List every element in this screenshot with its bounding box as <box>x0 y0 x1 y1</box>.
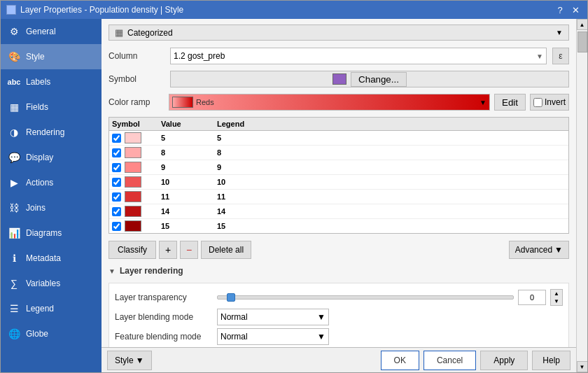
color-ramp-label: Color ramp <box>108 97 164 107</box>
cancel-button[interactable]: Cancel <box>424 351 476 370</box>
advanced-button[interactable]: Advanced ▼ <box>509 241 569 259</box>
column-value: 1.2 gost_preb <box>174 51 225 61</box>
sidebar-label-fields: Fields <box>26 102 48 112</box>
style-type-arrow: ▼ <box>556 29 563 36</box>
change-symbol-button[interactable]: Change... <box>351 72 407 87</box>
row-check-4[interactable] <box>112 192 121 202</box>
row-check-2[interactable] <box>112 163 121 172</box>
help-title-btn[interactable]: ? <box>554 3 566 16</box>
row-val-0: 5 <box>161 134 217 142</box>
row-sym-4 <box>112 191 161 202</box>
row-val-5: 14 <box>161 207 217 216</box>
ok-button[interactable]: OK <box>381 351 419 370</box>
scroll-down-btn[interactable]: ▼ <box>577 361 588 372</box>
sidebar-item-display[interactable]: 💬 Display <box>1 145 102 170</box>
scroll-thumb[interactable] <box>578 31 587 52</box>
classify-toolbar: Classify + − Delete all Advanced ▼ <box>108 241 569 259</box>
sidebar-label-variables: Variables <box>26 279 60 288</box>
sidebar-item-rendering[interactable]: ◑ Rendering <box>1 120 102 145</box>
sidebar-label-diagrams: Diagrams <box>26 228 62 238</box>
table-row: 10 10 <box>109 175 568 190</box>
sidebar-item-variables[interactable]: ∑ Variables <box>1 271 102 296</box>
delete-all-button[interactable]: Delete all <box>201 241 251 259</box>
sidebar-item-metadata[interactable]: ℹ Metadata <box>1 246 102 271</box>
sidebar-item-labels[interactable]: abc Labels <box>1 69 102 94</box>
legend-icon: ☰ <box>8 302 20 315</box>
right-scrollbar[interactable]: ▲ ▼ <box>576 19 587 372</box>
transparency-label: Layer transparency <box>115 293 213 302</box>
row-leg-6: 15 <box>217 222 566 230</box>
row-swatch-6 <box>125 220 141 232</box>
close-title-btn[interactable]: ✕ <box>569 3 582 16</box>
row-val-1: 8 <box>161 148 217 157</box>
sidebar-item-legend[interactable]: ☰ Legend <box>1 296 102 321</box>
table-row: 11 11 <box>109 190 568 204</box>
sidebar-item-joins[interactable]: ⛓ Joins <box>1 195 102 220</box>
transparency-spinbox[interactable]: ▲ ▼ <box>550 289 563 306</box>
row-check-5[interactable] <box>112 207 121 216</box>
sidebar-item-globe[interactable]: 🌐 Globe <box>1 321 102 346</box>
sidebar-item-fields[interactable]: ▦ Fields <box>1 94 102 120</box>
sidebar-item-actions[interactable]: ▶ Actions <box>1 170 102 195</box>
sidebar-item-style[interactable]: 🎨 Style <box>1 44 102 69</box>
row-sym-1 <box>112 147 161 158</box>
row-val-3: 10 <box>161 178 217 186</box>
row-check-3[interactable] <box>112 178 121 187</box>
invert-checkbox[interactable] <box>533 98 542 107</box>
bottom-right-buttons: OK Cancel Apply Help <box>381 351 570 370</box>
feature-blend-combo[interactable]: Normal ▼ <box>217 328 329 345</box>
apply-button[interactable]: Apply <box>480 351 528 370</box>
column-row: Column 1.2 gost_preb ▼ ε <box>108 48 569 64</box>
row-check-0[interactable] <box>112 134 121 143</box>
add-class-button[interactable]: + <box>159 241 177 259</box>
layer-blend-combo[interactable]: Normal ▼ <box>217 309 329 325</box>
symbol-display: Change... <box>170 71 569 87</box>
table-row: 9 9 <box>109 160 568 175</box>
col-header-symbol: Symbol <box>112 120 161 128</box>
layer-blend-label: Layer blending mode <box>115 312 213 322</box>
scroll-up-btn[interactable]: ▲ <box>577 19 588 30</box>
row-check-6[interactable] <box>112 222 121 231</box>
general-icon: ⚙ <box>8 25 20 38</box>
help-button[interactable]: Help <box>532 351 570 370</box>
column-combo[interactable]: 1.2 gost_preb ▼ <box>170 48 547 64</box>
diagrams-icon: 📊 <box>8 227 20 239</box>
spin-down[interactable]: ▼ <box>551 297 562 305</box>
sidebar-label-metadata: Metadata <box>26 253 61 263</box>
remove-class-button[interactable]: − <box>180 241 198 259</box>
epsilon-button[interactable]: ε <box>552 48 569 64</box>
row-swatch-1 <box>125 147 141 158</box>
sidebar-label-rendering: Rendering <box>26 127 64 137</box>
classify-button[interactable]: Classify <box>108 241 156 259</box>
style-type-bar[interactable]: ▦ Categorized ▼ <box>108 24 569 41</box>
layer-blend-value: Normal <box>220 312 248 322</box>
color-ramp-swatch <box>172 97 193 108</box>
sidebar-item-diagrams[interactable]: 📊 Diagrams <box>1 220 102 246</box>
row-leg-2: 9 <box>217 163 566 171</box>
row-leg-1: 8 <box>217 148 566 157</box>
transparency-slider[interactable] <box>217 295 514 300</box>
style-button[interactable]: Style ▼ <box>107 351 152 370</box>
row-val-6: 15 <box>161 222 217 230</box>
feature-blend-row: Feature blending mode Normal ▼ <box>115 328 563 345</box>
row-swatch-0 <box>125 132 141 143</box>
table-row: 15 15 <box>109 219 568 233</box>
row-val-2: 9 <box>161 163 217 171</box>
edit-ramp-button[interactable]: Edit <box>494 94 526 111</box>
content-inner: ▦ Categorized ▼ Column 1.2 gost_preb ▼ ε… <box>102 19 576 347</box>
row-swatch-4 <box>125 191 141 202</box>
sidebar-item-general[interactable]: ⚙ General <box>1 19 102 44</box>
table-row: 8 8 <box>109 146 568 160</box>
metadata-icon: ℹ <box>8 252 20 265</box>
row-check-1[interactable] <box>112 148 121 157</box>
style-type-label: Categorized <box>127 28 173 38</box>
table-header: Symbol Value Legend <box>109 118 568 131</box>
row-val-4: 11 <box>161 192 217 201</box>
spin-up[interactable]: ▲ <box>551 290 562 297</box>
sidebar-label-actions: Actions <box>26 178 53 188</box>
row-leg-0: 5 <box>217 134 566 142</box>
layer-rendering-header[interactable]: ▼ Layer rendering <box>108 266 569 276</box>
style-dropdown-arrow: ▼ <box>136 356 144 365</box>
content-area: ▦ Categorized ▼ Column 1.2 gost_preb ▼ ε… <box>102 19 576 372</box>
color-ramp-combo[interactable]: Reds ▼ <box>169 94 490 111</box>
